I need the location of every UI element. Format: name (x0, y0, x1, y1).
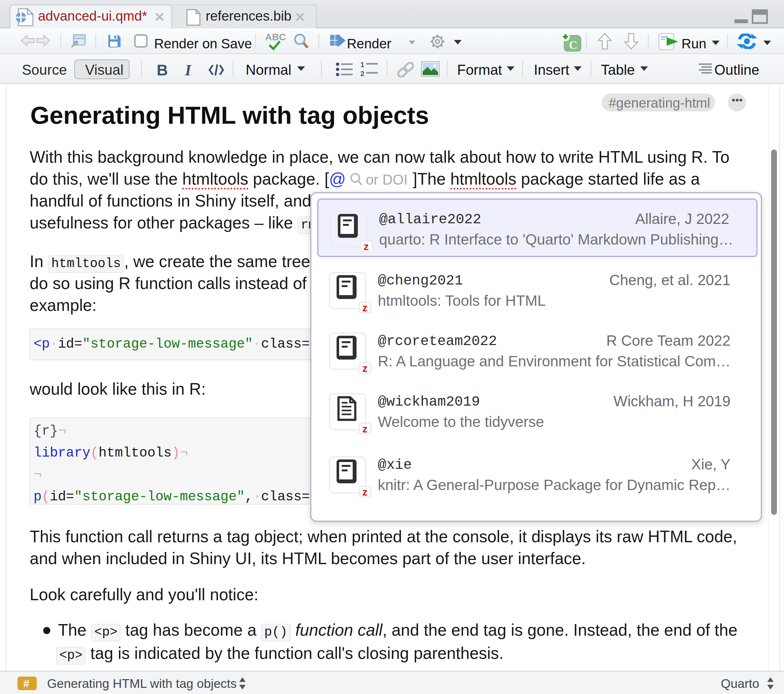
svg-text:C: C (569, 39, 577, 51)
svg-text:2: 2 (361, 70, 364, 77)
svg-text:1: 1 (361, 61, 364, 69)
